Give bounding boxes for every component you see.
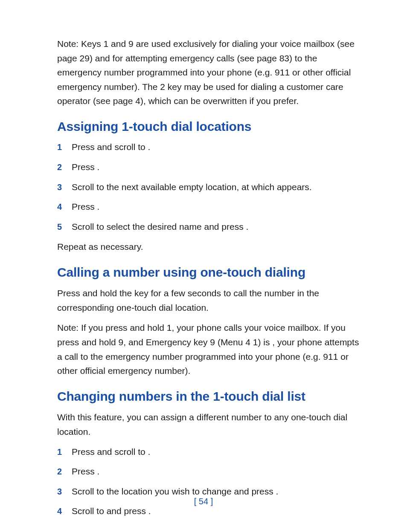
list-item: 4 Press . [57,200,362,214]
list-item: 2 Press . [57,465,362,479]
step-number: 2 [57,467,72,477]
list-item: 4 Scroll to and press . [57,504,362,518]
step-number: 3 [57,487,72,497]
step-number: 4 [57,202,72,212]
step-number: 1 [57,447,72,457]
page-number: [ 54 ] [0,497,407,506]
step-number: 4 [57,506,72,516]
step-text: Press . [72,160,99,174]
intro-note: Note: Keys 1 and 9 are used exclusively … [57,37,362,108]
heading-calling: Calling a number using one-touch dialing [57,264,362,280]
changing-para: With this feature, you can assign a diff… [57,410,362,439]
calling-para-2: Note: If you press and hold 1, your phon… [57,321,362,378]
step-number: 2 [57,162,72,172]
list-item: 1 Press and scroll to . [57,140,362,154]
list-item: 3 Scroll to the next available empty loc… [57,180,362,194]
heading-changing: Changing numbers in the 1-touch dial lis… [57,388,362,405]
calling-para-1: Press and hold the key for a few seconds… [57,286,362,315]
list-item: 2 Press . [57,160,362,174]
steps-changing: 1 Press and scroll to . 2 Press . 3 Scro… [57,445,362,518]
steps-assigning: 1 Press and scroll to . 2 Press . 3 Scro… [57,140,362,234]
list-item: 1 Press and scroll to . [57,445,362,459]
step-text: Press . [72,200,99,214]
step-number: 3 [57,182,72,192]
list-item: 5 Scroll to select the desired name and … [57,220,362,234]
step-text: Press . [72,465,99,479]
step-number: 1 [57,142,72,152]
step-text: Scroll to select the desired name and pr… [72,220,248,234]
manual-page: Note: Keys 1 and 9 are used exclusively … [0,0,407,532]
heading-assigning: Assigning 1-touch dial locations [57,119,362,135]
step-number: 5 [57,222,72,232]
step-text: Press and scroll to . [72,445,150,459]
step-text: Scroll to and press . [72,504,151,518]
step-text: Press and scroll to . [72,140,150,154]
repeat-note: Repeat as necessary. [57,240,362,254]
step-text: Scroll to the next available empty locat… [72,180,312,194]
